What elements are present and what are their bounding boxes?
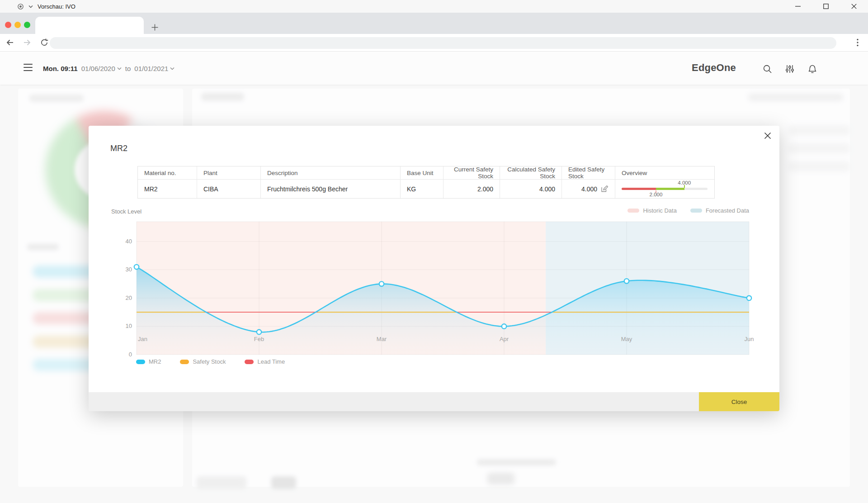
browser-tab-strip	[0, 13, 868, 34]
legend-mr2[interactable]: MR2	[136, 358, 161, 365]
svg-text:10: 10	[126, 323, 132, 329]
col-header-current-safety-stock: Current Safety Stock	[443, 166, 500, 180]
date-from-dropdown[interactable]: 01/06/2020	[81, 65, 122, 72]
screen: Vorschau: IVO	[0, 0, 868, 503]
table-header-row: Material no. Plant Description Base Unit…	[138, 166, 714, 180]
col-header-overview: Overview	[615, 166, 714, 180]
maximize-button[interactable]	[812, 0, 840, 13]
traffic-light-zoom-icon[interactable]	[24, 22, 30, 28]
legend-forecasted-data[interactable]: Forecasted Data	[690, 207, 749, 214]
date-to-label: to	[125, 65, 131, 72]
svg-text:0: 0	[129, 351, 132, 358]
cell-current-safety-stock: 2.000	[443, 180, 500, 198]
chart-title: Stock Level	[111, 208, 142, 215]
page-background: MR2 Material no. Plant Description Base …	[0, 85, 868, 503]
col-header-base-unit: Base Unit	[401, 166, 443, 180]
svg-text:30: 30	[126, 266, 132, 273]
cell-plant: CIBA	[197, 180, 261, 198]
cell-base-unit: KG	[401, 180, 443, 198]
chevron-down-icon	[117, 67, 122, 70]
col-header-calculated-safety-stock: Calculated Safety Stock	[500, 166, 562, 180]
header-time: Mon. 09:11	[43, 65, 78, 72]
legend-safety-stock[interactable]: Safety Stock	[180, 358, 226, 365]
lead-time-legend-swatch	[245, 360, 254, 364]
chevron-down-icon[interactable]	[28, 5, 33, 8]
browser-tab[interactable]	[35, 17, 144, 34]
mr2-legend-swatch	[136, 360, 145, 364]
minimize-button[interactable]	[784, 0, 812, 13]
overview-current-label: 2.000	[650, 192, 663, 197]
edit-icon[interactable]	[601, 185, 609, 193]
material-detail-modal: MR2 Material no. Plant Description Base …	[89, 126, 779, 411]
window-title: Vorschau: IVO	[38, 3, 75, 10]
modal-footer: Close	[89, 392, 779, 411]
legend-historic-data[interactable]: Historic Data	[627, 207, 676, 214]
bell-icon[interactable]	[807, 63, 818, 75]
table-row: MR2 CIBA Fruchtmilchreis 500g Becher KG …	[138, 180, 714, 198]
col-header-material-no: Material no.	[138, 166, 197, 180]
app-header: Mon. 09:11 01/06/2020 to 01/01/2021 Edge…	[0, 52, 868, 85]
traffic-light-close-icon[interactable]	[5, 22, 11, 28]
historic-legend-swatch	[627, 209, 639, 213]
os-title-bar: Vorschau: IVO	[0, 0, 868, 13]
cell-calculated-safety-stock: 4.000	[500, 180, 562, 198]
forward-icon[interactable]	[20, 35, 34, 50]
browser-toolbar	[0, 34, 868, 52]
traffic-light-minimize-icon[interactable]	[14, 22, 21, 28]
overview-track	[622, 188, 708, 190]
browser-menu-icon[interactable]	[851, 36, 864, 49]
search-icon[interactable]	[761, 63, 773, 75]
back-icon[interactable]	[3, 35, 17, 50]
cell-description: Fruchtmilchreis 500g Becher	[261, 180, 401, 198]
chevron-down-icon	[170, 67, 175, 70]
filter-sliders-icon[interactable]	[784, 63, 796, 75]
col-header-edited-safety-stock: Edited Safety Stock	[562, 166, 615, 180]
hamburger-menu-icon[interactable]	[24, 64, 33, 71]
col-header-plant: Plant	[197, 166, 261, 180]
overview-bar: 4.000 2.000	[622, 180, 708, 198]
chart-legend-top: Historic Data Forecasted Data	[627, 207, 749, 214]
overview-green-tick	[684, 185, 685, 188]
svg-text:20: 20	[126, 294, 132, 301]
legend-lead-time[interactable]: Lead Time	[245, 358, 285, 365]
address-bar-input[interactable]	[50, 37, 836, 49]
overview-green-segment	[656, 188, 684, 190]
svg-text:40: 40	[126, 238, 132, 245]
brand-logo: EdgeOne	[692, 62, 736, 74]
modal-title: MR2	[110, 144, 127, 153]
stock-level-chart: 010203040JanFebMarAprMayJun	[114, 216, 758, 361]
close-window-button[interactable]	[840, 0, 868, 13]
chart-legend-bottom: MR2 Safety Stock Lead Time	[136, 358, 285, 365]
overview-red-segment	[622, 188, 656, 190]
material-table: Material no. Plant Description Base Unit…	[137, 166, 715, 199]
cell-material-no: MR2	[138, 180, 197, 198]
record-icon[interactable]	[17, 3, 24, 10]
cell-overview: 4.000 2.000	[615, 180, 714, 198]
col-header-description: Description	[261, 166, 401, 180]
new-tab-button[interactable]	[148, 21, 161, 33]
cell-edited-safety-stock: 4.000	[562, 180, 615, 198]
close-button[interactable]: Close	[699, 392, 779, 411]
forecast-legend-swatch	[690, 209, 702, 213]
safety-stock-legend-swatch	[180, 360, 189, 364]
close-icon[interactable]	[761, 129, 774, 142]
date-to-dropdown[interactable]: 01/01/2021	[134, 65, 175, 72]
